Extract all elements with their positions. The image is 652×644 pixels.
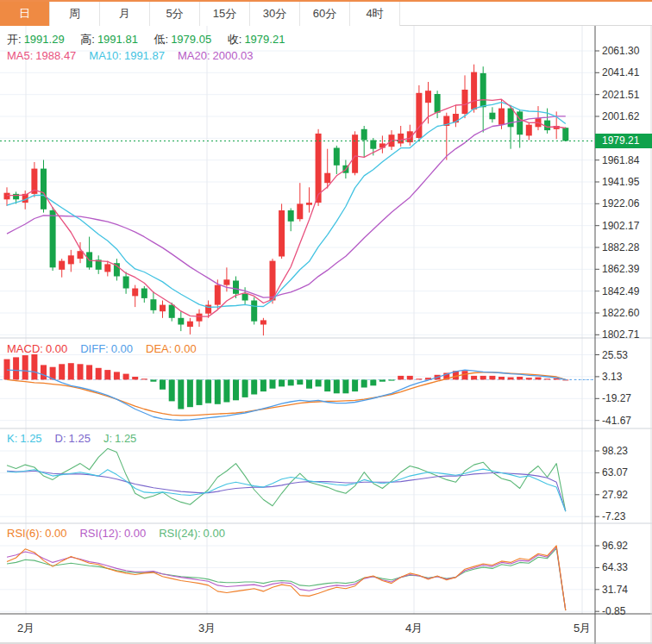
axis-tick-label: 1822.60 <box>602 307 640 319</box>
axis-tick-label: 1961.84 <box>602 154 640 166</box>
axis-tick-label: 31.74 <box>602 584 628 596</box>
tab-timeframe-日[interactable]: 日 <box>0 2 50 26</box>
axis-tick-label: 1902.17 <box>602 220 640 232</box>
macd-histogram-layer <box>4 354 569 410</box>
x-axis-month-label: 3月 <box>198 622 216 635</box>
axis-tick-label: 25.53 <box>602 349 628 361</box>
axis-tick-label: 1922.06 <box>602 197 640 209</box>
tab-timeframe-60分[interactable]: 60分 <box>300 2 350 26</box>
axis-tick-label: 3.13 <box>602 371 623 383</box>
axis-tick-label: -41.67 <box>602 415 631 427</box>
tab-timeframe-4时[interactable]: 4时 <box>350 2 400 26</box>
axis-tick-label: -19.27 <box>602 392 631 404</box>
x-axis-month-label: 5月 <box>574 622 591 635</box>
axis-tick-label: 2041.41 <box>602 66 640 78</box>
axis-tick-label: 1882.28 <box>602 241 640 253</box>
ma-lines-layer <box>7 99 566 316</box>
axis-tick-label: 96.92 <box>602 540 628 552</box>
axis-tick-label: 2001.62 <box>602 110 640 122</box>
tab-timeframe-15分[interactable]: 15分 <box>200 2 250 26</box>
axis-tick-label: 2061.30 <box>602 45 640 57</box>
last-price-badge: 1979.21 <box>595 134 652 148</box>
axis-tick-label: -7.23 <box>602 510 626 522</box>
axis-tick-label: 64.33 <box>602 561 628 573</box>
axis-tick-label: 1862.39 <box>602 263 640 275</box>
axis-tick-label: 1802.71 <box>602 328 640 341</box>
tab-timeframe-月[interactable]: 月 <box>100 2 150 26</box>
axis-tick-label: 63.07 <box>602 466 628 478</box>
tab-timeframe-周[interactable]: 周 <box>50 2 100 26</box>
axis-tick-label: 1941.95 <box>602 176 640 188</box>
grid-layer <box>0 26 595 614</box>
timeframe-toolbar: 日周月5分15分30分60分4时 <box>0 2 652 26</box>
tab-timeframe-30分[interactable]: 30分 <box>250 2 300 26</box>
axis-tick-label: -0.85 <box>602 605 626 617</box>
axis-tick-label: 27.92 <box>602 489 628 501</box>
axis-tick-label: 98.23 <box>602 445 628 457</box>
axis-tick-label: 1842.49 <box>602 285 640 297</box>
tab-timeframe-5分[interactable]: 5分 <box>150 2 200 26</box>
x-axis-month-label: 4月 <box>405 622 423 635</box>
axis-tick-label: 2021.51 <box>602 89 640 101</box>
x-axis-month-label: 2月 <box>17 622 34 635</box>
kdj-lines-layer <box>7 448 566 511</box>
rsi-lines-layer <box>7 546 566 610</box>
chart-app-window: 2061.302041.412021.512001.621961.841941.… <box>0 0 652 644</box>
price-chart-canvas[interactable]: 2061.302041.412021.512001.621961.841941.… <box>0 0 652 644</box>
macd-lines-layer <box>7 370 595 420</box>
candles-layer <box>4 65 569 336</box>
